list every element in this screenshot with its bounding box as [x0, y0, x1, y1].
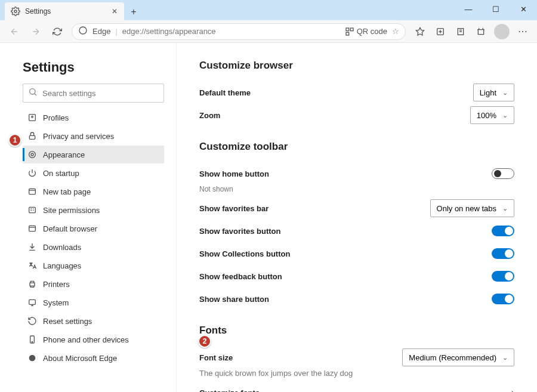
- sidebar-item-privacy[interactable]: Privacy and services: [23, 127, 164, 145]
- gear-icon: [11, 7, 20, 16]
- language-icon: [27, 261, 37, 270]
- svg-point-19: [32, 341, 32, 342]
- chevron-down-icon: ⌄: [502, 354, 508, 362]
- svg-point-11: [29, 152, 36, 158]
- sidebar-item-downloads[interactable]: Downloads: [23, 238, 164, 256]
- share-toggle[interactable]: [492, 294, 514, 304]
- reset-icon: [27, 316, 37, 326]
- sidebar-heading: Settings: [23, 60, 164, 75]
- minimize-button[interactable]: —: [455, 0, 482, 18]
- favbtn-label: Show favorites button: [199, 227, 281, 236]
- sidebar-item-printers[interactable]: Printers: [23, 275, 164, 293]
- chevron-down-icon: ⌄: [502, 112, 508, 119]
- sidebar-item-appearance[interactable]: Appearance: [23, 146, 164, 163]
- search-settings[interactable]: [23, 84, 164, 103]
- reading-list-button[interactable]: [451, 22, 470, 41]
- sidebar-item-system[interactable]: System: [23, 294, 164, 311]
- theme-label: Default theme: [199, 88, 251, 97]
- svg-rect-17: [29, 300, 36, 304]
- section-fonts: Fonts: [199, 325, 514, 337]
- share-label: Show share button: [199, 295, 269, 304]
- sidebar-item-about[interactable]: About Microsoft Edge: [23, 349, 164, 367]
- menu-button[interactable]: ⋯: [513, 22, 532, 41]
- svg-rect-4: [346, 32, 349, 35]
- new-tab-button[interactable]: +: [125, 4, 142, 20]
- svg-point-7: [30, 89, 35, 94]
- address-bar[interactable]: Edge | edge://settings/appearance QR cod…: [72, 23, 406, 40]
- favorite-star-icon[interactable]: ☆: [392, 27, 399, 36]
- favbar-label: Show favorites bar: [199, 204, 268, 213]
- favbtn-toggle[interactable]: [492, 226, 514, 236]
- home-button-toggle[interactable]: [492, 168, 514, 179]
- sidebar-item-profiles[interactable]: Profiles: [23, 109, 164, 126]
- svg-point-9: [32, 116, 33, 118]
- feedback-label: Show feedback button: [199, 272, 282, 281]
- search-input[interactable]: [42, 89, 159, 98]
- chevron-down-icon: ⌄: [502, 89, 508, 97]
- annotation-badge-2: 2: [198, 335, 211, 348]
- forward-button[interactable]: [26, 22, 45, 41]
- appearance-icon: [27, 150, 37, 159]
- collections-button[interactable]: [431, 22, 450, 41]
- lock-icon: [27, 131, 37, 141]
- tab-title: Settings: [25, 7, 105, 16]
- power-icon: [27, 168, 37, 178]
- home-button-sub: Not shown: [199, 185, 514, 193]
- svg-rect-16: [30, 283, 35, 286]
- collections-toggle[interactable]: [492, 248, 514, 259]
- svg-rect-13: [29, 189, 36, 194]
- profile-icon: [27, 113, 37, 122]
- edge-icon: [78, 26, 88, 37]
- printer-icon: [27, 279, 37, 289]
- browser-toolbar: Edge | edge://settings/appearance QR cod…: [0, 20, 537, 43]
- sidebar-item-default-browser[interactable]: Default browser: [23, 220, 164, 237]
- zoom-dropdown[interactable]: 100%⌄: [470, 106, 514, 124]
- settings-main: Customize browser Default theme Light⌄ Z…: [177, 43, 537, 392]
- chevron-right-icon[interactable]: ›: [511, 387, 514, 392]
- window-controls: — ☐ ✕: [455, 0, 537, 18]
- chevron-down-icon: ⌄: [502, 205, 508, 212]
- fontsize-label: Font size: [199, 353, 233, 362]
- refresh-button[interactable]: [48, 22, 67, 41]
- sidebar-item-reset[interactable]: Reset settings: [23, 312, 164, 330]
- qr-code-button[interactable]: QR code: [345, 27, 387, 36]
- edge-logo-icon: [27, 353, 37, 363]
- svg-point-0: [14, 10, 17, 13]
- sidebar-item-startup[interactable]: On startup: [23, 164, 164, 182]
- content-area: Settings Profiles Privacy and services A…: [0, 43, 537, 392]
- zoom-label: Zoom: [199, 111, 220, 120]
- maximize-button[interactable]: ☐: [482, 0, 510, 18]
- titlebar: Settings ✕ + — ☐ ✕: [0, 0, 537, 20]
- annotation-badge-1: 1: [8, 134, 21, 147]
- svg-point-12: [31, 153, 33, 156]
- favbar-dropdown[interactable]: Only on new tabs⌄: [430, 199, 514, 217]
- theme-dropdown[interactable]: Light⌄: [473, 84, 514, 101]
- settings-sidebar: Settings Profiles Privacy and services A…: [0, 43, 177, 392]
- fontsize-dropdown[interactable]: Medium (Recommended)⌄: [402, 348, 514, 366]
- favorites-button[interactable]: [411, 22, 430, 41]
- svg-point-1: [79, 27, 87, 34]
- svg-rect-10: [29, 135, 35, 139]
- back-button[interactable]: [5, 22, 24, 41]
- sidebar-item-phone[interactable]: Phone and other devices: [23, 331, 164, 348]
- edge-label: Edge: [92, 27, 110, 36]
- collections-label: Show Collections button: [199, 249, 290, 258]
- system-icon: [27, 298, 37, 307]
- profile-avatar[interactable]: [494, 24, 510, 39]
- feedback-toggle[interactable]: [492, 271, 514, 282]
- svg-rect-2: [346, 28, 349, 31]
- sidebar-item-permissions[interactable]: Site permissions: [23, 201, 164, 219]
- phone-icon: [27, 335, 37, 344]
- svg-rect-15: [29, 226, 36, 231]
- search-icon: [28, 87, 38, 99]
- extensions-button[interactable]: [471, 22, 490, 41]
- window-close-button[interactable]: ✕: [510, 0, 537, 18]
- sidebar-item-newtab[interactable]: New tab page: [23, 183, 164, 200]
- sidebar-item-languages[interactable]: Languages: [23, 257, 164, 274]
- tab-close-icon[interactable]: ✕: [110, 7, 119, 16]
- browser-tab[interactable]: Settings ✕: [5, 2, 124, 20]
- separator: |: [115, 27, 117, 36]
- svg-point-20: [29, 355, 36, 362]
- download-icon: [27, 242, 37, 252]
- section-customize-toolbar: Customize toolbar: [199, 141, 514, 153]
